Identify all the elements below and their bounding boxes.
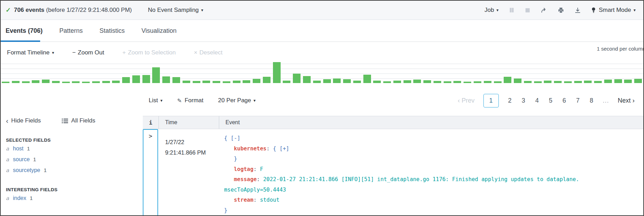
print-button[interactable] (558, 7, 564, 13)
timeline-bar[interactable] (202, 81, 210, 83)
timeline-bar[interactable] (453, 81, 461, 83)
timeline-bar[interactable] (52, 81, 60, 83)
timeline-bar[interactable] (604, 80, 612, 83)
deselect-button[interactable]: ×Deselect (194, 49, 222, 56)
hide-fields-button[interactable]: ‹ Hide Fields (6, 117, 41, 125)
timeline-bar[interactable] (343, 79, 351, 83)
timeline-bar[interactable] (112, 81, 120, 83)
next-page-button[interactable]: Next › (618, 97, 635, 104)
format-results-button[interactable]: ✎Format (177, 97, 203, 104)
timeline-bar[interactable] (484, 81, 491, 83)
timeline-bar[interactable] (2, 82, 9, 83)
zoom-to-selection-button[interactable]: +Zoom to Selection (122, 49, 176, 56)
timeline-bar[interactable] (434, 81, 441, 83)
timeline-bar[interactable] (32, 80, 39, 83)
timeline-bar[interactable] (283, 81, 290, 83)
timeline-bar[interactable] (82, 82, 90, 83)
page-button[interactable]: 4 (535, 97, 540, 104)
timeline-bar[interactable] (383, 81, 391, 83)
json-expand-toggle[interactable]: [-] (231, 135, 240, 141)
timeline-bar[interactable] (574, 81, 582, 83)
timeline-bar[interactable] (293, 74, 301, 83)
tab-visualization[interactable]: Visualization (141, 27, 177, 35)
timeline-bar[interactable] (303, 76, 311, 83)
all-fields-button[interactable]: All Fields (62, 117, 95, 124)
page-button[interactable]: 1 (483, 94, 499, 107)
timeline-bar[interactable] (494, 81, 502, 83)
search-mode-dropdown[interactable]: Smart Mode▾ (591, 7, 636, 14)
field-item-host[interactable]: ahost1 (6, 146, 143, 156)
page-button[interactable]: 8 (589, 97, 594, 104)
zoom-out-button[interactable]: −Zoom Out (72, 49, 104, 56)
timeline-bar[interactable] (594, 81, 602, 83)
job-menu-dropdown[interactable]: Job▾ (484, 7, 498, 14)
prev-page-button[interactable]: ‹ Prev (458, 97, 474, 104)
tab-patterns[interactable]: Patterns (59, 27, 83, 35)
timeline-bar[interactable] (142, 75, 150, 83)
timeline-bar[interactable] (393, 81, 401, 83)
timeline-bar[interactable] (273, 62, 281, 83)
timeline-bar[interactable] (363, 75, 371, 83)
timeline-bar[interactable] (223, 81, 230, 83)
timeline-bar[interactable] (544, 81, 552, 83)
timeline-bar[interactable] (152, 67, 160, 83)
timeline-bar[interactable] (263, 77, 271, 83)
timeline-bar[interactable] (323, 79, 331, 83)
timeline-bar[interactable] (243, 80, 250, 83)
timeline-bar[interactable] (444, 81, 451, 83)
timeline-bar[interactable] (373, 81, 381, 83)
list-view-dropdown[interactable]: List▾ (149, 97, 163, 104)
timeline-bar[interactable] (313, 81, 321, 83)
timeline-bar[interactable] (624, 80, 632, 83)
timeline-bar[interactable] (464, 82, 471, 83)
page-button[interactable]: 3 (521, 97, 526, 104)
export-button[interactable] (575, 7, 581, 13)
field-item-source[interactable]: asource1 (6, 156, 143, 167)
timeline-bar[interactable] (42, 80, 50, 83)
page-button[interactable]: 6 (562, 97, 567, 104)
timeline-bar[interactable] (72, 81, 80, 83)
timeline-bar[interactable] (634, 79, 642, 83)
timeline-bar[interactable] (353, 81, 361, 83)
timeline-bar[interactable] (404, 80, 411, 83)
field-item-index[interactable]: aindex1 (6, 195, 143, 206)
share-job-button[interactable] (541, 7, 547, 13)
timeline-bar[interactable] (233, 81, 240, 83)
field-link[interactable]: index (13, 195, 26, 201)
json-expand-toggle[interactable]: [+] (280, 146, 289, 152)
format-timeline-dropdown[interactable]: Format Timeline▾ (7, 49, 54, 56)
timeline-bar[interactable] (504, 77, 511, 83)
timeline-bar[interactable] (514, 79, 521, 83)
field-link[interactable]: host (13, 146, 23, 152)
timeline-bar[interactable] (554, 81, 562, 83)
timeline-bar[interactable] (423, 80, 431, 83)
expand-event-toggle[interactable]: > (143, 129, 158, 216)
tab-events[interactable]: Events (706) (6, 27, 43, 35)
timeline-bar[interactable] (12, 81, 20, 83)
event-sampling-dropdown[interactable]: No Event Sampling▾ (148, 7, 203, 14)
field-link[interactable]: sourcetype (13, 167, 40, 173)
per-page-dropdown[interactable]: 20 Per Page▾ (218, 97, 256, 104)
timeline-bar[interactable] (524, 81, 532, 83)
field-item-sourcetype[interactable]: asourcetype1 (6, 167, 143, 178)
page-button[interactable]: 2 (508, 97, 512, 104)
timeline-bar[interactable] (22, 81, 30, 83)
timeline-bar[interactable] (132, 75, 140, 83)
timeline-bar[interactable] (162, 76, 170, 83)
timeline-bar[interactable] (172, 77, 180, 83)
timeline-bar[interactable] (534, 81, 542, 83)
field-link[interactable]: source (13, 156, 30, 163)
timeline-bar[interactable] (122, 77, 130, 83)
timeline-bar[interactable] (584, 81, 592, 83)
timeline-bar[interactable] (102, 81, 110, 83)
timeline-bar[interactable] (183, 81, 190, 83)
timeline-bar[interactable] (193, 81, 200, 83)
stop-job-button[interactable] (525, 8, 530, 13)
timeline-bar[interactable] (614, 79, 622, 83)
timeline-bar[interactable] (213, 81, 220, 83)
timeline-bar[interactable] (253, 79, 260, 83)
tab-statistics[interactable]: Statistics (99, 27, 125, 35)
timeline-bar[interactable] (92, 81, 100, 83)
timeline-bar[interactable] (564, 81, 572, 83)
timeline-bar[interactable] (62, 82, 70, 83)
